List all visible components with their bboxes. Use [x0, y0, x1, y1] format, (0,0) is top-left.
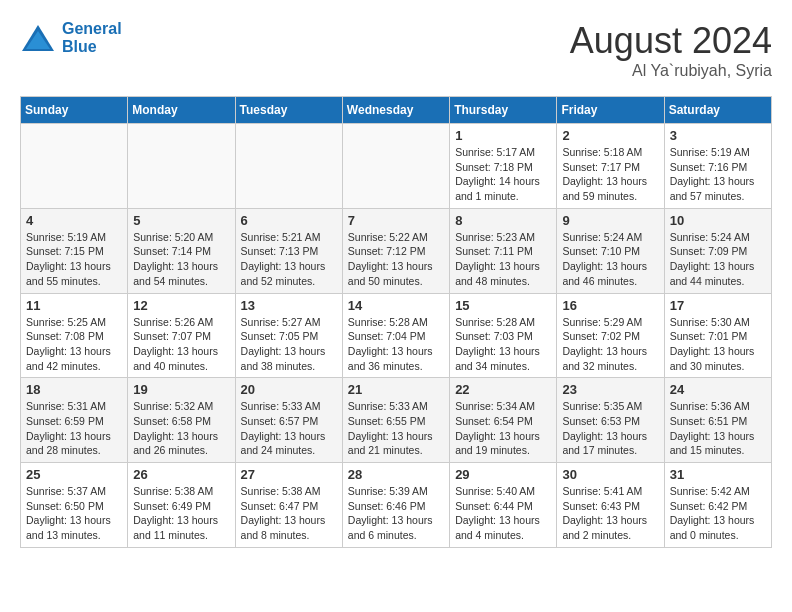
calendar-week-1: 1Sunrise: 5:17 AM Sunset: 7:18 PM Daylig…: [21, 124, 772, 209]
calendar-cell: 30Sunrise: 5:41 AM Sunset: 6:43 PM Dayli…: [557, 463, 664, 548]
day-number: 3: [670, 128, 766, 143]
calendar-cell: 12Sunrise: 5:26 AM Sunset: 7:07 PM Dayli…: [128, 293, 235, 378]
calendar-cell: 26Sunrise: 5:38 AM Sunset: 6:49 PM Dayli…: [128, 463, 235, 548]
calendar-cell: 29Sunrise: 5:40 AM Sunset: 6:44 PM Dayli…: [450, 463, 557, 548]
calendar-cell: 15Sunrise: 5:28 AM Sunset: 7:03 PM Dayli…: [450, 293, 557, 378]
calendar-cell: 24Sunrise: 5:36 AM Sunset: 6:51 PM Dayli…: [664, 378, 771, 463]
day-info: Sunrise: 5:18 AM Sunset: 7:17 PM Dayligh…: [562, 145, 658, 204]
day-info: Sunrise: 5:20 AM Sunset: 7:14 PM Dayligh…: [133, 230, 229, 289]
location: Al Ya`rubiyah, Syria: [570, 62, 772, 80]
day-number: 1: [455, 128, 551, 143]
weekday-monday: Monday: [128, 97, 235, 124]
day-info: Sunrise: 5:35 AM Sunset: 6:53 PM Dayligh…: [562, 399, 658, 458]
day-number: 29: [455, 467, 551, 482]
calendar-cell: 5Sunrise: 5:20 AM Sunset: 7:14 PM Daylig…: [128, 208, 235, 293]
day-info: Sunrise: 5:40 AM Sunset: 6:44 PM Dayligh…: [455, 484, 551, 543]
weekday-header-row: SundayMondayTuesdayWednesdayThursdayFrid…: [21, 97, 772, 124]
calendar-cell: 27Sunrise: 5:38 AM Sunset: 6:47 PM Dayli…: [235, 463, 342, 548]
day-number: 15: [455, 298, 551, 313]
day-info: Sunrise: 5:33 AM Sunset: 6:55 PM Dayligh…: [348, 399, 444, 458]
calendar-cell: [128, 124, 235, 209]
day-number: 19: [133, 382, 229, 397]
day-number: 31: [670, 467, 766, 482]
day-number: 21: [348, 382, 444, 397]
logo-icon: [20, 23, 56, 53]
calendar-cell: [342, 124, 449, 209]
day-number: 28: [348, 467, 444, 482]
calendar-cell: 20Sunrise: 5:33 AM Sunset: 6:57 PM Dayli…: [235, 378, 342, 463]
weekday-tuesday: Tuesday: [235, 97, 342, 124]
calendar-cell: 22Sunrise: 5:34 AM Sunset: 6:54 PM Dayli…: [450, 378, 557, 463]
logo-text: General Blue: [62, 20, 122, 56]
day-number: 11: [26, 298, 122, 313]
calendar-cell: 13Sunrise: 5:27 AM Sunset: 7:05 PM Dayli…: [235, 293, 342, 378]
weekday-sunday: Sunday: [21, 97, 128, 124]
weekday-wednesday: Wednesday: [342, 97, 449, 124]
day-number: 14: [348, 298, 444, 313]
day-number: 9: [562, 213, 658, 228]
page-header: General Blue August 2024 Al Ya`rubiyah, …: [20, 20, 772, 80]
day-number: 13: [241, 298, 337, 313]
weekday-thursday: Thursday: [450, 97, 557, 124]
calendar-cell: 14Sunrise: 5:28 AM Sunset: 7:04 PM Dayli…: [342, 293, 449, 378]
day-number: 25: [26, 467, 122, 482]
day-info: Sunrise: 5:42 AM Sunset: 6:42 PM Dayligh…: [670, 484, 766, 543]
day-info: Sunrise: 5:30 AM Sunset: 7:01 PM Dayligh…: [670, 315, 766, 374]
day-number: 16: [562, 298, 658, 313]
calendar-cell: 25Sunrise: 5:37 AM Sunset: 6:50 PM Dayli…: [21, 463, 128, 548]
calendar-cell: 19Sunrise: 5:32 AM Sunset: 6:58 PM Dayli…: [128, 378, 235, 463]
day-info: Sunrise: 5:38 AM Sunset: 6:47 PM Dayligh…: [241, 484, 337, 543]
day-number: 18: [26, 382, 122, 397]
title-block: August 2024 Al Ya`rubiyah, Syria: [570, 20, 772, 80]
day-number: 4: [26, 213, 122, 228]
month-title: August 2024: [570, 20, 772, 62]
calendar-week-5: 25Sunrise: 5:37 AM Sunset: 6:50 PM Dayli…: [21, 463, 772, 548]
day-info: Sunrise: 5:19 AM Sunset: 7:16 PM Dayligh…: [670, 145, 766, 204]
calendar-cell: [21, 124, 128, 209]
day-number: 8: [455, 213, 551, 228]
day-number: 24: [670, 382, 766, 397]
calendar-cell: 4Sunrise: 5:19 AM Sunset: 7:15 PM Daylig…: [21, 208, 128, 293]
day-info: Sunrise: 5:19 AM Sunset: 7:15 PM Dayligh…: [26, 230, 122, 289]
day-info: Sunrise: 5:33 AM Sunset: 6:57 PM Dayligh…: [241, 399, 337, 458]
day-info: Sunrise: 5:34 AM Sunset: 6:54 PM Dayligh…: [455, 399, 551, 458]
day-number: 5: [133, 213, 229, 228]
calendar-cell: 8Sunrise: 5:23 AM Sunset: 7:11 PM Daylig…: [450, 208, 557, 293]
day-number: 2: [562, 128, 658, 143]
day-number: 20: [241, 382, 337, 397]
calendar-table: SundayMondayTuesdayWednesdayThursdayFrid…: [20, 96, 772, 548]
calendar-cell: 16Sunrise: 5:29 AM Sunset: 7:02 PM Dayli…: [557, 293, 664, 378]
day-number: 23: [562, 382, 658, 397]
calendar-cell: 18Sunrise: 5:31 AM Sunset: 6:59 PM Dayli…: [21, 378, 128, 463]
day-info: Sunrise: 5:38 AM Sunset: 6:49 PM Dayligh…: [133, 484, 229, 543]
day-info: Sunrise: 5:17 AM Sunset: 7:18 PM Dayligh…: [455, 145, 551, 204]
day-info: Sunrise: 5:37 AM Sunset: 6:50 PM Dayligh…: [26, 484, 122, 543]
calendar-cell: 1Sunrise: 5:17 AM Sunset: 7:18 PM Daylig…: [450, 124, 557, 209]
weekday-friday: Friday: [557, 97, 664, 124]
day-info: Sunrise: 5:22 AM Sunset: 7:12 PM Dayligh…: [348, 230, 444, 289]
day-number: 27: [241, 467, 337, 482]
day-number: 7: [348, 213, 444, 228]
day-number: 10: [670, 213, 766, 228]
day-number: 22: [455, 382, 551, 397]
day-info: Sunrise: 5:36 AM Sunset: 6:51 PM Dayligh…: [670, 399, 766, 458]
day-number: 26: [133, 467, 229, 482]
calendar-cell: [235, 124, 342, 209]
calendar-cell: 3Sunrise: 5:19 AM Sunset: 7:16 PM Daylig…: [664, 124, 771, 209]
weekday-saturday: Saturday: [664, 97, 771, 124]
day-info: Sunrise: 5:32 AM Sunset: 6:58 PM Dayligh…: [133, 399, 229, 458]
calendar-cell: 6Sunrise: 5:21 AM Sunset: 7:13 PM Daylig…: [235, 208, 342, 293]
day-number: 17: [670, 298, 766, 313]
calendar-cell: 11Sunrise: 5:25 AM Sunset: 7:08 PM Dayli…: [21, 293, 128, 378]
day-info: Sunrise: 5:39 AM Sunset: 6:46 PM Dayligh…: [348, 484, 444, 543]
day-info: Sunrise: 5:29 AM Sunset: 7:02 PM Dayligh…: [562, 315, 658, 374]
day-info: Sunrise: 5:21 AM Sunset: 7:13 PM Dayligh…: [241, 230, 337, 289]
calendar-cell: 23Sunrise: 5:35 AM Sunset: 6:53 PM Dayli…: [557, 378, 664, 463]
calendar-cell: 7Sunrise: 5:22 AM Sunset: 7:12 PM Daylig…: [342, 208, 449, 293]
calendar-cell: 31Sunrise: 5:42 AM Sunset: 6:42 PM Dayli…: [664, 463, 771, 548]
day-number: 6: [241, 213, 337, 228]
day-info: Sunrise: 5:28 AM Sunset: 7:04 PM Dayligh…: [348, 315, 444, 374]
calendar-cell: 10Sunrise: 5:24 AM Sunset: 7:09 PM Dayli…: [664, 208, 771, 293]
day-info: Sunrise: 5:24 AM Sunset: 7:09 PM Dayligh…: [670, 230, 766, 289]
day-info: Sunrise: 5:27 AM Sunset: 7:05 PM Dayligh…: [241, 315, 337, 374]
